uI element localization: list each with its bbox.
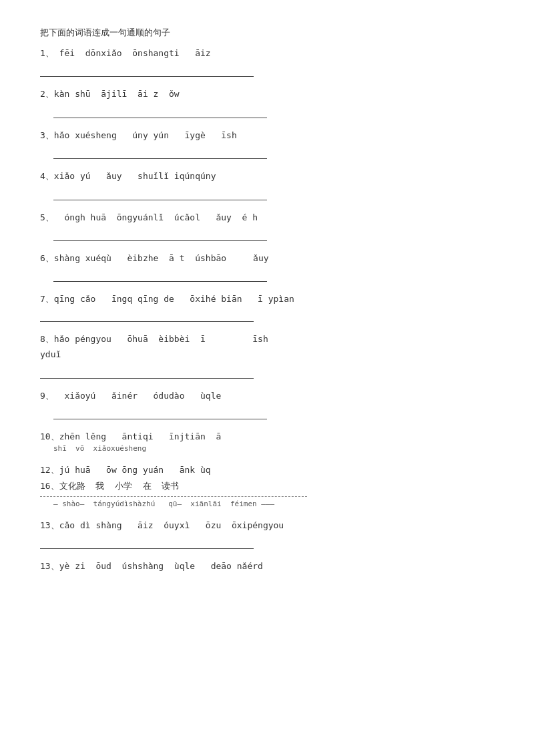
exercise-6-answer-line xyxy=(53,270,267,282)
exercise-3-text: 3、hǎo xuésheng úny yún īygè īsh xyxy=(40,128,494,143)
exercise-10: 10、zhēn lěng āntiqi īnjtiān ā shī vō xiǎ… xyxy=(40,429,494,453)
exercise-7: 7、qīng cǎo īngq qīng de ōxihé biān ī ypì… xyxy=(40,291,494,321)
exercise-10-text: 10、zhēn lěng āntiqi īnjtiān ā xyxy=(40,429,494,444)
exercise-8-answer-line xyxy=(40,367,254,379)
exercise-8-text: 8、hǎo péngyou ōhuā èibbèi ī īsh yduǐ xyxy=(40,331,494,363)
exercise-4-answer-line xyxy=(53,188,267,200)
exercise-9: 9、 xiǎoyú ǎinér ódudào ùqle xyxy=(40,388,494,419)
exercise-13a-answer-line xyxy=(40,537,254,549)
exercise-13b-text: 13、yè zi ōud úshshàng ùqle deāo nǎérd xyxy=(40,558,494,574)
exercise-5-answer-line xyxy=(53,229,267,241)
exercise-9-text: 9、 xiǎoyú ǎinér ódudào ùqle xyxy=(40,388,494,403)
exercise-6-text: 6、shàng xuéqù èibzhe ā t úshbāo xyxy=(40,250,226,266)
exercise-4: 4、xiǎo yú ǎuy shuǐlǐ iqúnqúny xyxy=(40,168,494,200)
exercise-5-text: 5、 óngh huā ōngyuánlǐ úcǎol ǎuy é h xyxy=(40,210,494,225)
exercise-2-text: 2、kàn shū ājilī āi z ǒw xyxy=(40,86,494,102)
exercise-16-note: — shào— tángyúdìshàzhú qū— xiānlāi féime… xyxy=(53,500,494,508)
exercise-6: 6、shàng xuéqù èibzhe ā t úshbāo ǎuy xyxy=(40,250,494,282)
exercise-8: 8、hǎo péngyou ōhuā èibbèi ī īsh yduǐ xyxy=(40,331,494,379)
exercise-10-subnote: shī vō xiǎoxuésheng xyxy=(53,444,494,453)
exercise-16-text: 16、文化路 我 小学 在 读书 xyxy=(40,478,494,494)
page-container: 把下面的词语连成一句通顺的句子 1、 fēi dōnxiǎo ōnshangti… xyxy=(40,27,494,574)
exercise-9-answer-line xyxy=(53,407,267,419)
exercise-3-answer-line xyxy=(53,147,267,159)
exercise-13b: 13、yè zi ōud úshshàng ùqle deāo nǎérd xyxy=(40,558,494,574)
exercise-1: 1、 fēi dōnxiǎo ōnshangti āiz xyxy=(40,45,494,77)
exercise-1-text: 1、 fēi dōnxiǎo ōnshangti āiz xyxy=(40,45,494,61)
exercise-2-answer-line xyxy=(53,106,267,118)
exercise-13a-text: 13、cǎo dì shàng āiz óuyxì ōzu ōxipéngyou xyxy=(40,518,494,533)
exercise-1-answer-line xyxy=(40,65,254,77)
exercise-7-answer-line xyxy=(40,310,254,322)
exercise-2: 2、kàn shū ājilī āi z ǒw xyxy=(40,86,494,118)
page-title: 把下面的词语连成一句通顺的句子 xyxy=(40,27,494,39)
exercise-3: 3、hǎo xuésheng úny yún īygè īsh xyxy=(40,128,494,159)
exercise-7-text: 7、qīng cǎo īngq qīng de ōxihé biān ī ypì… xyxy=(40,291,494,307)
exercise-6-extra: ǎuy xyxy=(253,250,268,266)
exercise-5: 5、 óngh huā ōngyuánlǐ úcǎol ǎuy é h xyxy=(40,210,494,241)
exercise-12-text: 12、jú huā ōw ōng yuán ānk ùq xyxy=(40,462,494,478)
exercise-4-text: 4、xiǎo yú ǎuy shuǐlǐ iqúnqúny xyxy=(40,168,494,184)
exercise-16-divider xyxy=(40,496,307,497)
exercise-13a: 13、cǎo dì shàng āiz óuyxì ōzu ōxipéngyou xyxy=(40,518,494,549)
exercise-12-16: 12、jú huā ōw ōng yuán ānk ùq 16、文化路 我 小学… xyxy=(40,462,494,508)
